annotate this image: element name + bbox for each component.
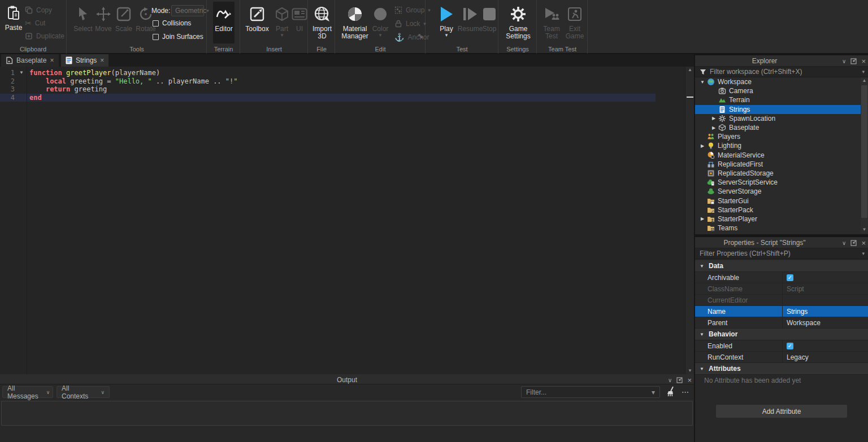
select-tool-button[interactable]: Select	[72, 5, 94, 33]
property-row-runcontext[interactable]: RunContext Legacy	[695, 352, 868, 363]
tree-item-baseplate[interactable]: Baseplate	[695, 123, 861, 132]
messages-filter-dropdown[interactable]: All Messages	[2, 386, 53, 398]
anchor-button[interactable]: Anchor	[394, 32, 429, 42]
code-line-3[interactable]: return greeting	[29, 85, 684, 94]
explorer-collapse-icon[interactable]	[842, 58, 846, 64]
mode-dropdown[interactable]: Geometric	[171, 5, 204, 16]
explorer-close-icon[interactable]	[861, 57, 866, 65]
expander-icon[interactable]	[700, 143, 705, 148]
expander-icon[interactable]	[700, 80, 705, 85]
properties-filter-input[interactable]: Filter Properties (Ctrl+Shift+P)	[695, 248, 868, 259]
code-area[interactable]: function greetPlayer(playerName) local g…	[29, 69, 684, 102]
explorer-header[interactable]: Explorer	[695, 55, 868, 67]
tab-strings-close-icon[interactable]	[100, 56, 104, 64]
tree-item-teams[interactable]: Teams	[695, 224, 861, 233]
copy-button[interactable]: Copy	[25, 5, 52, 15]
fold-collapse-icon[interactable]	[19, 69, 24, 77]
property-row-enabled[interactable]: Enabled	[695, 340, 868, 352]
edit-group-launcher-icon[interactable]	[418, 34, 423, 38]
scrollbar-up-icon[interactable]	[685, 67, 695, 73]
output-close-icon[interactable]	[687, 376, 692, 384]
toolbox-button[interactable]: Toolbox	[244, 5, 270, 33]
tree-item-starterpack[interactable]: StarterPack	[695, 205, 861, 215]
properties-header[interactable]: Properties - Script "Strings"	[695, 237, 868, 248]
output-dock-icon[interactable]	[676, 377, 683, 383]
scrollbar-up-icon[interactable]	[861, 77, 868, 84]
properties-collapse-icon[interactable]	[842, 240, 846, 246]
code-line-4[interactable]: end	[29, 94, 684, 102]
property-row-archivable[interactable]: Archivable	[695, 272, 868, 283]
expander-icon[interactable]	[700, 216, 705, 221]
part-button[interactable]: Part	[272, 5, 292, 37]
scrollbar-down-icon[interactable]	[861, 226, 868, 233]
tree-item-replicatedstorage[interactable]: ReplicatedStorage	[695, 169, 861, 178]
code-line-2[interactable]: local greeting = "Hello, " .. playerName…	[29, 77, 684, 86]
add-attribute-button[interactable]: Add Attribute	[716, 405, 847, 418]
section-expander-icon[interactable]	[695, 366, 709, 371]
section-data[interactable]: Data	[695, 260, 868, 272]
team-test-button[interactable]: Team Test	[540, 5, 563, 40]
explorer-dock-icon[interactable]	[850, 58, 857, 64]
exit-game-button[interactable]: Exit Game	[564, 5, 585, 40]
expander-icon[interactable]	[711, 116, 717, 121]
output-collapse-icon[interactable]	[668, 377, 672, 383]
section-attributes[interactable]: Attributes	[695, 363, 868, 375]
collisions-checkbox[interactable]	[153, 20, 159, 27]
color-button[interactable]: Color	[371, 5, 390, 37]
tree-item-spawnlocation[interactable]: SpawnLocation	[695, 114, 861, 123]
scrollbar-down-icon[interactable]	[685, 367, 695, 374]
tree-item-lighting[interactable]: Lighting	[695, 141, 861, 150]
group-button[interactable]: Group	[394, 5, 431, 15]
tree-item-replicatedfirst[interactable]: ReplicatedFirst	[695, 160, 861, 169]
duplicate-button[interactable]: Duplicate	[25, 31, 64, 41]
tree-item-startergui[interactable]: StarterGui	[695, 196, 861, 205]
enabled-checkbox[interactable]	[787, 343, 793, 349]
tree-item-materialservice[interactable]: MaterialService	[695, 151, 861, 160]
stop-button[interactable]: Stop	[481, 5, 497, 33]
contexts-filter-dropdown[interactable]: All Contexts	[57, 386, 110, 398]
section-behavior[interactable]: Behavior	[695, 329, 868, 340]
move-tool-button[interactable]: Move	[93, 5, 114, 33]
editor-vertical-scrollbar[interactable]	[685, 67, 694, 374]
output-filter-input[interactable]: Filter...	[521, 386, 660, 398]
game-settings-button[interactable]: Game Settings	[503, 5, 533, 40]
archivable-checkbox[interactable]	[787, 274, 793, 281]
property-row-name[interactable]: Name Strings	[695, 306, 868, 317]
tab-baseplate-close-icon[interactable]	[50, 56, 54, 64]
code-line-1[interactable]: function greetPlayer(playerName)	[29, 69, 684, 77]
scale-tool-button[interactable]: Scale	[114, 5, 134, 33]
lock-button[interactable]: Lock	[394, 19, 426, 29]
explorer-scrollbar[interactable]	[861, 77, 868, 233]
explorer-filter-input[interactable]: Filter workspace (Ctrl+Shift+X)	[695, 67, 868, 77]
tab-strings[interactable]: Strings	[61, 54, 108, 67]
cut-button[interactable]: Cut	[25, 18, 45, 28]
expander-icon[interactable]	[711, 125, 717, 130]
output-more-options-icon[interactable]	[682, 388, 689, 396]
property-row-parent[interactable]: Parent Workspace	[695, 317, 868, 329]
tree-item-camera[interactable]: Camera	[695, 86, 861, 95]
scrollbar-thumb[interactable]	[861, 85, 867, 218]
import-3d-button[interactable]: Import 3D	[310, 5, 334, 40]
section-expander-icon[interactable]	[695, 264, 709, 269]
resume-button[interactable]: Resume	[458, 5, 483, 33]
tree-item-strings[interactable]: Strings	[695, 105, 861, 114]
tree-item-workspace[interactable]: Workspace	[695, 77, 861, 86]
join-surfaces-checkbox[interactable]	[153, 34, 159, 40]
tab-baseplate[interactable]: Baseplate	[1, 54, 59, 67]
properties-dock-icon[interactable]	[850, 240, 857, 246]
properties-close-icon[interactable]	[861, 239, 866, 247]
output-log-area[interactable]	[1, 401, 693, 426]
terrain-editor-button[interactable]: Editor	[213, 5, 235, 33]
tree-item-players[interactable]: Players	[695, 132, 861, 141]
section-expander-icon[interactable]	[695, 332, 709, 337]
tree-item-starterplayer[interactable]: StarterPlayer	[695, 215, 861, 224]
tree-item-terrain[interactable]: Terrain	[695, 95, 861, 104]
clear-output-broom-icon[interactable]	[666, 386, 676, 397]
play-button[interactable]: Play	[436, 5, 457, 37]
tree-item-serverscriptservice[interactable]: ServerScriptService	[695, 178, 861, 187]
material-manager-button[interactable]: Material Manager	[340, 5, 370, 40]
paste-button[interactable]: Paste	[3, 3, 24, 32]
tree-item-serverstorage[interactable]: ServerStorage	[695, 187, 861, 196]
script-editor[interactable]: 1 2 3 4 function greetPlayer(playerName)…	[0, 67, 694, 374]
ui-button[interactable]: UI	[292, 5, 307, 33]
